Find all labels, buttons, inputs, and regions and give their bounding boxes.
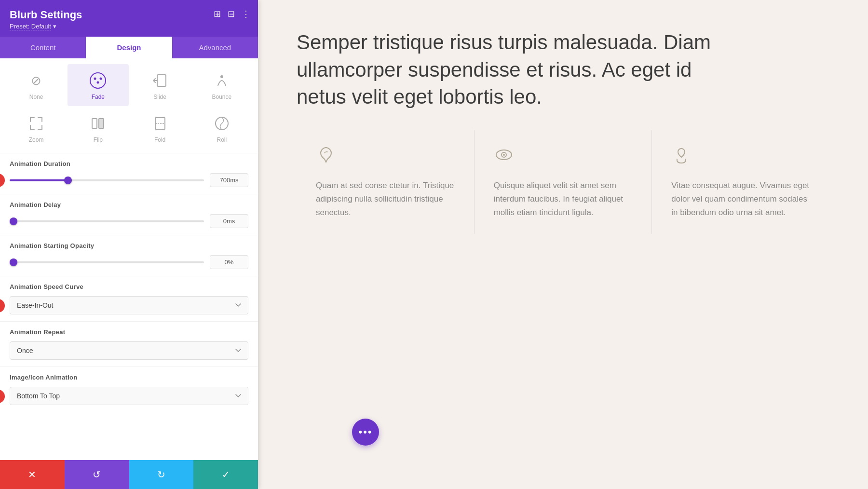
svg-point-0 [90, 73, 106, 88]
tab-advanced[interactable]: Advanced [172, 37, 258, 58]
image-icon-animation-label: Image/Icon Animation [10, 374, 248, 381]
anim-roll[interactable]: Roll [191, 107, 252, 149]
fold-icon [149, 113, 171, 134]
none-label: None [29, 94, 43, 100]
zoom-label: Zoom [29, 136, 44, 143]
svg-rect-4 [157, 75, 166, 86]
anim-flip[interactable]: Flip [68, 107, 128, 149]
bounce-icon [211, 70, 232, 91]
content-area: Semper tristique risus turpis malesuada.… [258, 0, 868, 489]
card-1-text: Quam at sed conse ctetur in. Tristique a… [316, 179, 455, 219]
svg-rect-6 [92, 119, 97, 128]
card-3-icon [671, 145, 810, 169]
anim-none[interactable]: ⊘ None [6, 64, 67, 106]
cancel-button[interactable]: ✕ [0, 460, 65, 489]
settings-panel: Blurb Settings Preset: Default ▾ ⊞ ⊟ ⋮ C… [0, 0, 258, 489]
zoom-icon [26, 113, 47, 134]
card-1: Quam at sed conse ctetur in. Tristique a… [297, 130, 475, 234]
panel-body: ⊘ None Fade [0, 58, 258, 460]
svg-point-3 [100, 78, 102, 80]
anim-fold[interactable]: Fold [130, 107, 190, 149]
flip-icon [87, 113, 108, 134]
undo-button[interactable]: ↺ [65, 460, 129, 489]
anim-fade[interactable]: Fade [68, 64, 128, 106]
panel-title: Blurb Settings [10, 9, 248, 21]
anim-zoom[interactable]: Zoom [6, 107, 67, 149]
animation-delay-section: Animation Delay [0, 194, 258, 235]
slide-icon [149, 70, 171, 91]
animation-speed-curve-select[interactable]: Ease-In-Out Linear Ease-In Ease-Out [10, 296, 248, 314]
panel-header: Blurb Settings Preset: Default ▾ ⊞ ⊟ ⋮ [0, 0, 258, 37]
animation-duration-value[interactable] [210, 173, 248, 187]
cards-row: Quam at sed conse ctetur in. Tristique a… [297, 130, 829, 234]
panel-header-icons: ⊞ ⊟ ⋮ [214, 9, 250, 19]
animation-repeat-section: Animation Repeat Once Loop Loop Forever [0, 321, 258, 367]
animation-opacity-label: Animation Starting Opacity [10, 242, 248, 249]
animation-opacity-value[interactable] [210, 255, 248, 269]
more-icon[interactable]: ⋮ [242, 9, 250, 19]
svg-rect-7 [99, 119, 104, 128]
step-badge-3: 3 [0, 390, 5, 403]
animation-duration-label: Animation Duration [10, 160, 248, 167]
bounce-label: Bounce [212, 94, 232, 100]
split-icon[interactable]: ⊟ [228, 9, 235, 19]
animation-duration-track[interactable] [10, 179, 204, 181]
animation-duration-slider-row [10, 173, 248, 187]
fold-label: Fold [154, 136, 165, 143]
svg-point-2 [97, 82, 99, 84]
card-3-text: Vitae consequat augue. Vivamus eget dolo… [671, 179, 810, 219]
anim-bounce[interactable]: Bounce [191, 64, 252, 106]
card-3: Vitae consequat augue. Vivamus eget dolo… [652, 130, 829, 234]
flip-label: Flip [94, 136, 103, 143]
none-icon: ⊘ [26, 70, 47, 91]
animation-speed-curve-label: Animation Speed Curve [10, 283, 248, 290]
card-2-icon [494, 145, 633, 169]
tab-design[interactable]: Design [86, 37, 172, 58]
animation-delay-track[interactable] [10, 220, 204, 222]
svg-point-12 [503, 154, 505, 156]
svg-point-5 [220, 75, 223, 78]
roll-icon [211, 113, 232, 134]
animation-style-grid: ⊘ None Fade [0, 58, 258, 153]
redo-button[interactable]: ↻ [129, 460, 194, 489]
focus-icon[interactable]: ⊞ [214, 9, 221, 19]
tab-bar: Content Design Advanced [0, 37, 258, 58]
panel-toolbar: ✕ ↺ ↻ ✓ [0, 460, 258, 489]
image-icon-animation-section: 3 Image/Icon Animation Bottom To Top Top… [0, 367, 258, 412]
animation-opacity-track[interactable] [10, 261, 204, 263]
image-icon-animation-select[interactable]: Bottom To Top Top To Bottom Left To Righ… [10, 387, 248, 405]
roll-label: Roll [217, 136, 227, 143]
svg-point-1 [94, 78, 96, 80]
card-2: Quisque aliquet velit sit amet sem inter… [475, 130, 652, 234]
anim-slide[interactable]: Slide [130, 64, 190, 106]
animation-opacity-section: Animation Starting Opacity [0, 235, 258, 276]
fade-icon [87, 70, 108, 91]
animation-opacity-slider-row [10, 255, 248, 269]
fade-label: Fade [92, 94, 105, 100]
tab-content[interactable]: Content [0, 37, 86, 58]
fab-button[interactable]: ••• [352, 419, 379, 446]
animation-duration-section: 1 Animation Duration [0, 153, 258, 194]
card-1-icon [316, 145, 455, 169]
animation-speed-curve-section: 2 Animation Speed Curve Ease-In-Out Line… [0, 276, 258, 321]
save-button[interactable]: ✓ [193, 460, 258, 489]
animation-delay-slider-row [10, 214, 248, 228]
animation-delay-value[interactable] [210, 214, 248, 228]
panel-preset: Preset: Default ▾ [10, 23, 248, 30]
animation-repeat-label: Animation Repeat [10, 328, 248, 336]
animation-delay-label: Animation Delay [10, 201, 248, 208]
animation-repeat-select[interactable]: Once Loop Loop Forever [10, 341, 248, 360]
card-2-text: Quisque aliquet velit sit amet sem inter… [494, 179, 633, 219]
slide-label: Slide [153, 94, 166, 100]
step-badge-1: 1 [0, 174, 5, 187]
step-badge-2: 2 [0, 299, 5, 312]
hero-text: Semper tristique risus turpis malesuada.… [297, 29, 731, 111]
